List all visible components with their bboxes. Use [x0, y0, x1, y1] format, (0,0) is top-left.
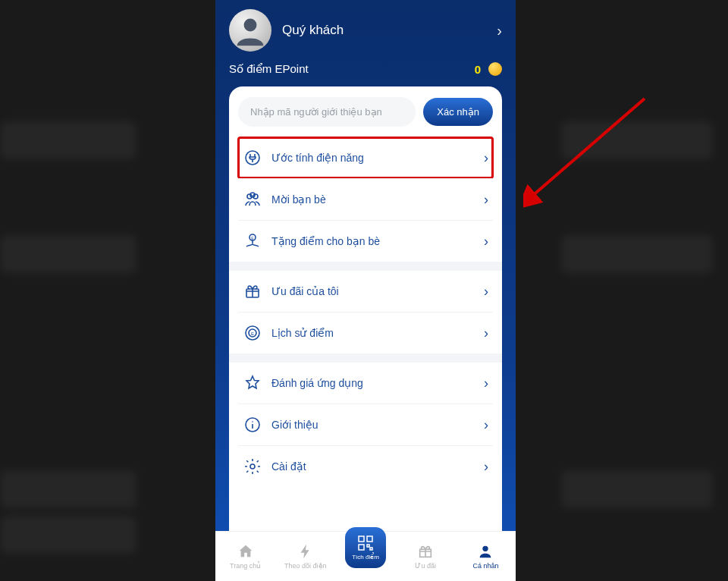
- nav-label: Theo dõi điện: [284, 562, 327, 570]
- nav-label: Tích điểm: [352, 554, 379, 561]
- chevron-right-icon: ›: [484, 417, 488, 433]
- menu-label: Đánh giá ứng dụng: [271, 377, 475, 389]
- nav-points[interactable]: Tích điểm: [335, 545, 395, 568]
- nav-label: Trang chủ: [230, 562, 261, 570]
- people-icon: [243, 190, 262, 209]
- gift-icon: [243, 281, 262, 301]
- menu-item-estimate-power[interactable]: Ước tính điện năng ›: [238, 137, 493, 178]
- menu-item-invite-friends[interactable]: Mời bạn bè ›: [238, 178, 493, 220]
- user-name-label: Quý khách: [282, 23, 486, 38]
- menu-item-about[interactable]: Giới thiệu ›: [238, 404, 493, 445]
- nav-label: Ưu đãi: [415, 562, 436, 570]
- chevron-right-icon: ›: [484, 375, 488, 391]
- menu-label: Ước tính điện năng: [271, 152, 475, 164]
- history-icon: E: [243, 323, 262, 343]
- svg-point-13: [250, 464, 255, 469]
- nav-profile[interactable]: Cá nhân: [456, 543, 516, 570]
- chevron-right-icon: ›: [484, 284, 488, 300]
- epoint-value: 0: [475, 63, 481, 76]
- epoint-row: Số điểm EPoint 0: [229, 62, 502, 86]
- qr-icon: [356, 534, 375, 552]
- user-icon: [234, 14, 267, 47]
- menu-label: Mời bạn bè: [271, 193, 475, 206]
- svg-text:E: E: [251, 331, 254, 336]
- confirm-button[interactable]: Xác nhận: [423, 98, 493, 126]
- menu-item-rate-app[interactable]: Đánh giá ứng dụng ›: [238, 363, 493, 404]
- svg-point-20: [483, 546, 488, 551]
- star-icon: [243, 373, 262, 393]
- svg-point-1: [246, 151, 259, 165]
- bolt-icon: [297, 543, 314, 560]
- section-divider: [229, 262, 502, 271]
- menu-item-my-offers[interactable]: Ưu đãi của tôi ›: [238, 271, 493, 312]
- menu-label: Lịch sử điểm: [271, 327, 475, 339]
- user-row[interactable]: Quý khách ›: [229, 9, 502, 62]
- referral-row: Xác nhận: [238, 97, 493, 127]
- menu-section-1: Ước tính điện năng › Mời bạn bè › E Tặng…: [238, 137, 493, 262]
- svg-text:E: E: [251, 236, 254, 240]
- chevron-right-icon: ›: [484, 325, 488, 341]
- svg-rect-14: [359, 536, 364, 542]
- gift-icon: [417, 543, 434, 560]
- nav-home[interactable]: Trang chủ: [215, 543, 275, 570]
- home-icon: [237, 543, 254, 560]
- nav-offers[interactable]: Ưu đãi: [396, 543, 456, 570]
- section-divider: [229, 353, 502, 363]
- svg-rect-16: [359, 545, 364, 550]
- menu-label: Ưu đãi của tôi: [271, 285, 475, 297]
- avatar: [229, 9, 271, 52]
- menu-label: Tặng điểm cho bạn bè: [271, 235, 475, 247]
- header: Quý khách › Số điểm EPoint 0 Xác nhận Ướ…: [215, 0, 516, 563]
- main-card: Xác nhận Ước tính điện năng › Mời bạn bè: [229, 86, 502, 563]
- plug-icon: [243, 148, 262, 168]
- coin-icon: [488, 62, 502, 76]
- phone-frame: Quý khách › Số điểm EPoint 0 Xác nhận Ướ…: [215, 0, 516, 581]
- chevron-right-icon: ›: [484, 150, 488, 166]
- referral-input[interactable]: [238, 97, 416, 127]
- svg-point-0: [244, 19, 257, 32]
- menu-label: Cài đặt: [271, 460, 475, 473]
- give-icon: E: [243, 231, 262, 251]
- svg-rect-15: [367, 536, 372, 542]
- svg-point-12: [252, 421, 253, 422]
- chevron-right-icon: ›: [484, 192, 488, 208]
- chevron-right-icon: ›: [484, 234, 488, 250]
- chevron-right-icon: ›: [484, 459, 488, 475]
- svg-rect-17: [367, 545, 369, 547]
- menu-item-settings[interactable]: Cài đặt ›: [238, 445, 493, 487]
- epoint-label: Số điểm EPoint: [229, 62, 467, 76]
- gear-icon: [243, 457, 262, 476]
- svg-rect-18: [370, 548, 372, 550]
- nav-center-button[interactable]: Tích điểm: [345, 527, 386, 568]
- menu-item-point-history[interactable]: E Lịch sử điểm ›: [238, 312, 493, 353]
- bottom-nav: Trang chủ Theo dõi điện Tích điểm Ưu đãi…: [215, 531, 516, 581]
- menu-item-give-points[interactable]: E Tặng điểm cho bạn bè ›: [238, 220, 493, 262]
- chevron-right-icon: ›: [497, 22, 502, 39]
- menu-section-3: Đánh giá ứng dụng › Giới thiệu › Cài đặt…: [238, 363, 493, 487]
- menu-label: Giới thiệu: [271, 419, 475, 431]
- person-icon: [477, 543, 494, 560]
- nav-label: Cá nhân: [472, 562, 498, 570]
- info-icon: [243, 415, 262, 435]
- menu-section-2: Ưu đãi của tôi › E Lịch sử điểm ›: [238, 271, 493, 353]
- nav-monitor[interactable]: Theo dõi điện: [275, 543, 335, 570]
